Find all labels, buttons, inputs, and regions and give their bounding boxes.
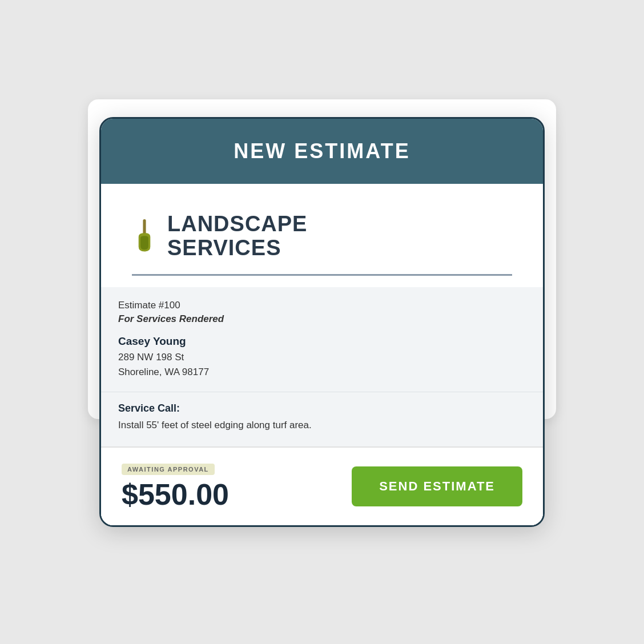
client-address: 289 NW 198 St Shoreline, WA 98177 xyxy=(118,350,526,379)
client-name: Casey Young xyxy=(118,335,526,348)
logo-row: LANDSCAPE SERVICES xyxy=(132,212,512,260)
for-services: For Services Rendered xyxy=(118,313,526,325)
estimate-number: Estimate #100 xyxy=(118,300,526,311)
shovel-icon xyxy=(132,219,157,253)
card-header-title: NEW ESTIMATE xyxy=(124,139,520,163)
service-label: Service Call: xyxy=(118,402,526,414)
document-area: LANDSCAPE SERVICES Estimate #100 For Ser… xyxy=(101,195,543,525)
left-bottom: AWAITING APPROVAL $550.00 xyxy=(122,464,229,509)
doc-inner: LANDSCAPE SERVICES xyxy=(115,195,529,287)
main-card: NEW ESTIMATE LANDSCAPE xyxy=(99,117,545,526)
outer-wrapper: Customizable Template NEW ESTIMATE xyxy=(77,65,567,579)
bottom-bar: AWAITING APPROVAL $550.00 SEND ESTIMATE xyxy=(101,446,543,525)
company-name: LANDSCAPE SERVICES xyxy=(167,212,307,260)
service-section: Service Call: Install 55' feet of steel … xyxy=(101,392,543,446)
send-estimate-button[interactable]: SEND ESTIMATE xyxy=(352,466,522,506)
card-header: NEW ESTIMATE xyxy=(101,119,543,184)
doc-divider xyxy=(132,274,512,276)
status-badge: AWAITING APPROVAL xyxy=(122,464,215,475)
service-desc: Install 55' feet of steel edging along t… xyxy=(118,418,526,433)
client-address-line1: 289 NW 198 St xyxy=(118,350,526,365)
info-section: Estimate #100 For Services Rendered Case… xyxy=(101,287,543,392)
client-address-line2: Shoreline, WA 98177 xyxy=(118,365,526,380)
price: $550.00 xyxy=(122,480,229,509)
